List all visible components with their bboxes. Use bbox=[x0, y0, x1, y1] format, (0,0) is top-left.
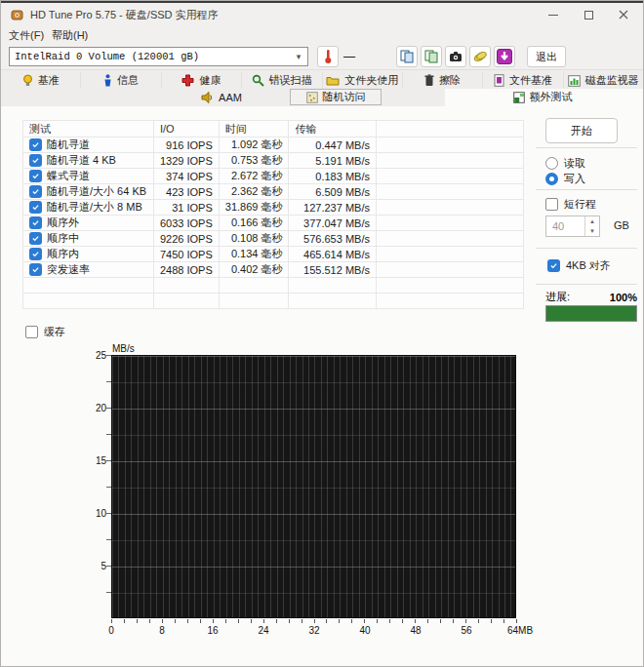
drive-select-dropdown[interactable]: IntelRaid 0 Volume (120001 gB) ▾ bbox=[9, 47, 308, 66]
io-value: 2488 IOPS bbox=[153, 262, 219, 278]
short-stroke-checkbox[interactable] bbox=[545, 198, 558, 211]
io-value: 6033 IOPS bbox=[153, 216, 219, 231]
app-icon bbox=[11, 9, 23, 21]
minimize-icon bbox=[548, 15, 558, 16]
test-name: 随机寻道 bbox=[47, 137, 90, 152]
x-tick-label: 24 bbox=[258, 625, 268, 636]
write-radio[interactable] bbox=[545, 173, 558, 185]
header-io: I/O bbox=[153, 121, 219, 137]
cache-row[interactable]: 缓存 bbox=[25, 325, 65, 339]
io-value: 916 IOPS bbox=[153, 137, 219, 153]
tab-file-benchmark[interactable]: 文件基准 bbox=[483, 72, 563, 89]
test-checkbox[interactable] bbox=[29, 232, 42, 245]
copy-image-icon bbox=[424, 50, 438, 63]
write-label: 写入 bbox=[564, 172, 585, 186]
x-tick-label: 64MB bbox=[507, 625, 533, 636]
start-button[interactable]: 开始 bbox=[545, 118, 618, 143]
tab-error-scan[interactable]: 错误扫描 bbox=[242, 72, 322, 89]
test-checkbox[interactable] bbox=[29, 216, 42, 229]
tab-label: 健康 bbox=[199, 73, 221, 88]
io-value: 9226 IOPS bbox=[153, 231, 219, 247]
copy-text-button[interactable] bbox=[396, 46, 418, 67]
divider bbox=[536, 248, 637, 249]
disk-monitor-icon bbox=[568, 75, 581, 87]
divider bbox=[536, 284, 637, 285]
spinner-down-button[interactable]: ▼ bbox=[585, 226, 599, 236]
table-header-row: 测试 I/O 时间 传输 bbox=[23, 121, 524, 137]
cache-checkbox[interactable] bbox=[25, 326, 38, 338]
copy-text-icon bbox=[400, 50, 414, 63]
x-tick-label: 0 bbox=[108, 625, 114, 636]
test-checkbox[interactable] bbox=[29, 201, 42, 214]
table-row: 蝶式寻道 374 IOPS 2.672 毫秒 0.183 MB/s bbox=[23, 169, 524, 184]
test-checkbox[interactable] bbox=[29, 138, 42, 151]
read-radio-row[interactable]: 读取 bbox=[545, 156, 585, 171]
menu-file[interactable]: 文件(F) bbox=[9, 28, 44, 43]
time-value: 2.362 毫秒 bbox=[219, 184, 289, 200]
test-checkbox[interactable] bbox=[29, 263, 42, 276]
transfer-value: 377.047 MB/s bbox=[289, 216, 377, 231]
transfer-value: 155.512 MB/s bbox=[289, 262, 377, 278]
tab-folder-usage[interactable]: 文件夹使用 bbox=[323, 72, 403, 89]
y-tick-label: 20 bbox=[81, 403, 106, 413]
screenshot-button[interactable] bbox=[445, 46, 466, 67]
transfer-value: 0.447 MB/s bbox=[289, 137, 377, 153]
transfer-value: 127.237 MB/s bbox=[289, 200, 377, 216]
tab-health[interactable]: 健康 bbox=[162, 72, 242, 89]
align-4kb-checkbox[interactable] bbox=[547, 259, 560, 272]
test-checkbox[interactable] bbox=[29, 248, 42, 260]
temperature-button[interactable] bbox=[317, 46, 339, 67]
tab-info[interactable]: 信息 bbox=[81, 72, 161, 89]
tab-aam[interactable]: AAM bbox=[186, 89, 257, 105]
test-checkbox[interactable] bbox=[29, 170, 42, 182]
align-label: 4KB 对齐 bbox=[566, 258, 611, 273]
tab-random-access[interactable]: 随机访问 bbox=[290, 89, 382, 105]
spinner-up-button[interactable]: ▲ bbox=[585, 216, 599, 226]
io-value: 423 IOPS bbox=[153, 184, 219, 200]
header-transfer: 传输 bbox=[289, 121, 377, 137]
chart-y-axis-title: MB/s bbox=[112, 343, 135, 354]
menubar: 文件(F) 帮助(H) bbox=[1, 26, 643, 44]
header-time: 时间 bbox=[219, 121, 289, 137]
update-button[interactable] bbox=[494, 46, 515, 67]
tab-extra-tests[interactable]: 额外测试 bbox=[494, 89, 591, 105]
menu-help[interactable]: 帮助(H) bbox=[52, 28, 88, 43]
test-checkbox[interactable] bbox=[29, 185, 42, 198]
tab-label: 额外测试 bbox=[530, 90, 573, 104]
table-row: 突发速率 2488 IOPS 0.402 毫秒 155.512 MB/s bbox=[23, 262, 524, 278]
transfer-value: 6.509 MB/s bbox=[289, 184, 377, 200]
titlebar[interactable]: HD Tune Pro 5.75 - 硬盘/SSD 实用程序 bbox=[1, 3, 643, 26]
main-content: 测试 I/O 时间 传输 随机寻道 916 IOPS 1.092 毫秒 0.44… bbox=[1, 106, 643, 666]
tab-benchmark[interactable]: 基准 bbox=[1, 72, 81, 89]
drive-select-value: IntelRaid 0 Volume (120001 gB) bbox=[10, 51, 290, 62]
table-row: 随机寻道 4 KB 1329 IOPS 0.753 毫秒 5.191 MB/s bbox=[23, 153, 524, 169]
exit-button[interactable]: 退出 bbox=[527, 46, 566, 67]
transfer-value: 465.614 MB/s bbox=[289, 247, 377, 262]
align-row[interactable]: 4KB 对齐 bbox=[547, 258, 611, 273]
test-checkbox[interactable] bbox=[29, 154, 42, 167]
speaker-icon bbox=[201, 92, 214, 103]
time-value: 0.402 毫秒 bbox=[219, 262, 289, 278]
progress-row: 进展: 100% bbox=[545, 290, 637, 304]
read-radio[interactable] bbox=[545, 157, 558, 170]
io-value: 31 IOPS bbox=[153, 200, 219, 216]
tab-strip: 基准 信息 健康 错误扫描 文件夹使用 擦除 bbox=[1, 70, 643, 106]
tab-erase[interactable]: 擦除 bbox=[403, 72, 483, 89]
cache-label: 缓存 bbox=[44, 325, 65, 339]
time-value: 0.166 毫秒 bbox=[219, 216, 289, 231]
time-value: 0.753 毫秒 bbox=[219, 153, 289, 169]
test-name: 顺序内 bbox=[47, 247, 79, 261]
io-value: 7450 IOPS bbox=[153, 247, 219, 262]
maximize-button[interactable] bbox=[573, 3, 604, 26]
close-button[interactable] bbox=[608, 3, 639, 26]
save-button[interactable] bbox=[469, 46, 491, 67]
capacity-spinner[interactable]: 40 ▲ ▼ bbox=[545, 216, 600, 237]
x-tick-label: 40 bbox=[359, 625, 370, 636]
write-radio-row[interactable]: 写入 bbox=[545, 172, 585, 186]
copy-image-button[interactable] bbox=[421, 46, 442, 67]
thermometer-icon bbox=[322, 49, 334, 64]
minimize-button[interactable] bbox=[538, 3, 569, 26]
short-stroke-row[interactable]: 短行程 bbox=[545, 197, 596, 212]
tab-disk-monitor[interactable]: 磁盘监视器 bbox=[564, 72, 643, 89]
folder-icon bbox=[326, 75, 340, 86]
